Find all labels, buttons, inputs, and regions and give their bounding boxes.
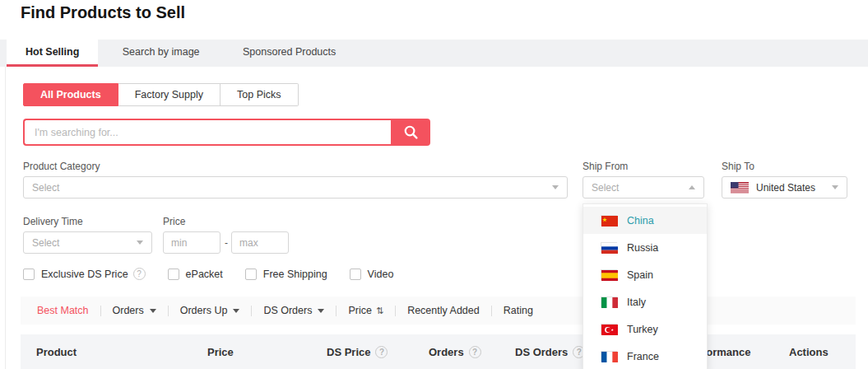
sort-rating[interactable]: Rating xyxy=(492,305,545,316)
factory-supply-button[interactable]: Factory Supply xyxy=(118,83,220,106)
top-tab-bar: Hot Selling Search by image Sponsored Pr… xyxy=(0,40,868,67)
tab-search-by-image[interactable]: Search by image xyxy=(104,40,219,67)
delivery-time-select[interactable]: Select xyxy=(23,231,152,254)
sort-ds-orders[interactable]: DS Orders xyxy=(252,305,336,316)
video-checkbox[interactable]: Video xyxy=(350,269,394,280)
search-button[interactable] xyxy=(391,119,430,146)
chevron-down-icon xyxy=(832,185,838,189)
checkbox-label: Free Shipping xyxy=(263,269,327,280)
product-type-switch: All Products Factory Supply Top Picks xyxy=(23,83,299,106)
sort-arrows-icon: ⇅ xyxy=(376,306,383,316)
product-category-select[interactable]: Select xyxy=(23,176,568,199)
sort-best-match[interactable]: Best Match xyxy=(26,305,100,316)
france-flag-icon xyxy=(601,351,617,362)
sort-label: Orders xyxy=(113,305,144,316)
sort-label: Recently Added xyxy=(407,305,480,316)
tab-hot-selling[interactable]: Hot Selling xyxy=(7,40,98,67)
dropdown-item-label: Spain xyxy=(627,269,653,281)
price-range-separator: - xyxy=(225,237,228,249)
dropdown-item-russia[interactable]: Russia xyxy=(583,234,707,261)
ship-from-value: Select xyxy=(592,182,619,194)
ship-to-value: United States xyxy=(756,182,815,194)
turkey-flag-icon xyxy=(601,324,617,334)
sort-recently-added[interactable]: Recently Added xyxy=(396,305,491,316)
spain-flag-icon xyxy=(601,269,617,280)
results-table-header: Product Price DS Price? Orders? DS Order… xyxy=(21,334,856,369)
search-icon xyxy=(403,124,419,140)
dropdown-item-label: France xyxy=(627,351,659,362)
epacket-checkbox[interactable]: ePacket xyxy=(168,269,223,280)
content-left-border xyxy=(5,67,6,369)
checkbox-icon[interactable] xyxy=(350,269,361,280)
dropdown-item-france[interactable]: France xyxy=(583,343,707,369)
delivery-time-value: Select xyxy=(32,237,59,249)
sort-label: Orders Up xyxy=(180,305,228,316)
search-input[interactable] xyxy=(23,119,391,146)
sort-bar: Best Match Orders Orders Up DS Orders Pr… xyxy=(21,297,856,325)
sort-price[interactable]: Price⇅ xyxy=(337,305,395,316)
product-category-label: Product Category xyxy=(23,161,100,172)
tab-sponsored-products[interactable]: Sponsored Products xyxy=(224,40,355,67)
sort-label: DS Orders xyxy=(263,305,312,316)
sort-orders[interactable]: Orders xyxy=(101,305,168,316)
dropdown-item-label: Turkey xyxy=(627,324,658,335)
column-product: Product xyxy=(36,346,77,358)
question-icon[interactable]: ? xyxy=(375,346,388,358)
product-category-value: Select xyxy=(32,182,59,194)
checkbox-label: Video xyxy=(368,269,394,280)
price-min-input[interactable] xyxy=(163,231,220,254)
caret-down-icon xyxy=(318,309,324,313)
dropdown-item-italy[interactable]: Italy xyxy=(583,288,707,315)
checkbox-icon[interactable] xyxy=(245,269,257,280)
checkbox-icon[interactable] xyxy=(23,269,35,280)
checkbox-label: ePacket xyxy=(186,269,223,280)
us-flag-icon xyxy=(731,182,749,194)
italy-flag-icon xyxy=(601,297,617,307)
chevron-down-icon xyxy=(552,185,559,189)
caret-down-icon xyxy=(233,309,239,313)
column-orders: Orders? xyxy=(429,346,481,358)
ship-to-select[interactable]: United States xyxy=(722,176,847,199)
column-actions: Actions xyxy=(789,346,829,358)
dropdown-item-spain[interactable]: Spain xyxy=(583,261,707,288)
sort-label: Best Match xyxy=(37,305,89,316)
chevron-down-icon xyxy=(137,241,143,245)
question-icon[interactable]: ? xyxy=(469,346,481,358)
price-label: Price xyxy=(163,216,185,227)
free-shipping-checkbox[interactable]: Free Shipping xyxy=(245,269,327,280)
dropdown-item-label: China xyxy=(627,215,654,227)
china-flag-icon xyxy=(601,215,617,226)
delivery-time-label: Delivery Time xyxy=(23,216,83,227)
dropdown-item-label: Italy xyxy=(627,297,646,308)
top-picks-button[interactable]: Top Picks xyxy=(220,83,299,106)
sort-label: Price xyxy=(348,305,371,316)
caret-down-icon xyxy=(150,309,156,313)
search-bar xyxy=(23,119,430,146)
find-products-page: Find Products to Sell Hot Selling Search… xyxy=(0,0,868,369)
exclusive-ds-price-checkbox[interactable]: Exclusive DS Price ? xyxy=(23,268,146,280)
ship-to-label: Ship To xyxy=(722,161,754,172)
ship-from-label: Ship From xyxy=(583,161,628,172)
checkbox-icon[interactable] xyxy=(168,269,179,280)
ship-from-dropdown: China Russia Spain Italy Turkey France xyxy=(583,203,708,369)
sort-label: Rating xyxy=(504,305,533,316)
column-ds-price: DS Price? xyxy=(327,346,388,358)
dropdown-item-china[interactable]: China xyxy=(583,207,707,234)
russia-flag-icon xyxy=(601,242,617,253)
checkbox-label: Exclusive DS Price xyxy=(41,269,128,280)
page-title: Find Products to Sell xyxy=(21,3,185,22)
dropdown-item-label: Russia xyxy=(627,242,658,254)
all-products-button[interactable]: All Products xyxy=(23,83,118,106)
column-price: Price xyxy=(207,346,234,358)
chevron-up-icon xyxy=(689,185,695,189)
sort-orders-up[interactable]: Orders Up xyxy=(169,305,252,316)
ship-from-select[interactable]: Select xyxy=(583,176,704,199)
dropdown-item-turkey[interactable]: Turkey xyxy=(583,315,707,343)
question-icon[interactable]: ? xyxy=(133,268,146,280)
price-max-input[interactable] xyxy=(231,231,289,254)
filter-checkbox-row: Exclusive DS Price ? ePacket Free Shippi… xyxy=(23,268,415,280)
column-ds-orders: DS Orders? xyxy=(515,346,585,358)
